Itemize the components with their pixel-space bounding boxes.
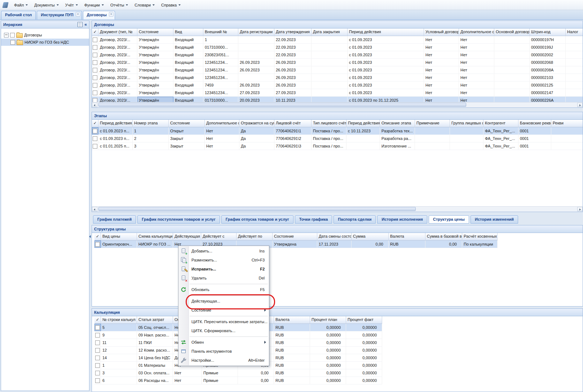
table-cell[interactable]: с 01.09.2023 [348, 59, 424, 66]
table-cell[interactable] [494, 74, 530, 81]
table-cell[interactable] [312, 59, 348, 66]
table-cell[interactable]: 26.09.2023 [274, 74, 312, 81]
column-header[interactable]: Вид [173, 28, 203, 36]
detail-tab-7[interactable]: История изменений [471, 215, 518, 224]
table-cell[interactable]: Входящий [173, 82, 203, 89]
table-cell[interactable]: Входящий [173, 44, 203, 51]
table-cell[interactable]: Нет [459, 82, 494, 89]
table-cell[interactable] [312, 97, 348, 102]
table-cell[interactable]: 0,00000 [346, 324, 382, 331]
row-checkbox[interactable] [95, 371, 100, 375]
row-check-cell[interactable] [94, 369, 101, 376]
table-cell[interactable]: Нет [459, 66, 494, 74]
table-cell[interactable]: Да [239, 142, 274, 150]
table-row[interactable]: 606 Расходы на...НетПрямые0,00RUB0,00000… [94, 377, 382, 384]
table-cell[interactable]: 5 [101, 324, 137, 331]
table-cell[interactable]: 000000197Н [530, 36, 566, 43]
table-cell[interactable] [346, 135, 380, 142]
column-header[interactable]: Примечание [415, 120, 450, 127]
table-cell[interactable]: 0,00 [238, 377, 274, 384]
table-cell[interactable] [566, 59, 583, 66]
scrollbar-thumb[interactable] [98, 207, 416, 211]
menu-item-10[interactable]: ЦИТК. Пересчитать косвенные затраты... [178, 317, 269, 326]
table-cell[interactable]: Нет [205, 142, 239, 150]
table-cell[interactable]: Договор, 2023/... [98, 89, 137, 96]
table-cell[interactable]: 123451234... [203, 74, 238, 81]
row-checkbox[interactable] [93, 53, 97, 57]
column-header[interactable]: Период действия, [98, 120, 133, 127]
detail-tab-0[interactable]: График платежей [93, 215, 136, 224]
table-cell[interactable]: ФА_Техн_Рег_... [483, 142, 518, 150]
row-checkbox[interactable] [95, 363, 100, 368]
row-checkbox[interactable] [95, 356, 100, 360]
row-checkbox[interactable] [95, 340, 100, 345]
table-cell[interactable]: Нет [424, 97, 459, 102]
row-check-cell[interactable] [92, 82, 98, 89]
row-check-cell[interactable] [92, 135, 98, 142]
table-cell[interactable]: Утверждён [137, 89, 173, 96]
table-cell[interactable]: 0,00000 [346, 369, 382, 376]
row-checkbox[interactable] [95, 378, 100, 383]
menu-accounting[interactable]: Учёт [62, 1, 81, 9]
table-cell[interactable]: Утверждена [273, 241, 317, 248]
table-cell[interactable]: с 10.11.2023 [346, 127, 380, 135]
table-cell[interactable]: 6 [101, 377, 137, 384]
row-check-cell[interactable] [92, 66, 98, 74]
column-header[interactable]: Статья затрат [137, 316, 173, 324]
table-cell[interactable]: Нет [205, 127, 239, 135]
table-cell[interactable]: 0,00000 [310, 369, 346, 376]
table-cell[interactable]: Договор, 2023/... [98, 44, 137, 51]
column-header[interactable]: № строки калькул [101, 316, 137, 324]
scroll-right-icon[interactable] [577, 207, 583, 211]
table-cell[interactable]: Входящий [173, 51, 203, 58]
table-cell[interactable]: 017310000... [203, 44, 238, 51]
table-cell[interactable]: 01 Материалы [137, 362, 173, 369]
row-checkbox[interactable] [93, 91, 97, 95]
table-cell[interactable]: Нет [424, 51, 459, 58]
table-cell[interactable]: Утверждён [137, 36, 173, 43]
column-header[interactable]: Расчёт косвенных [462, 233, 498, 241]
table-cell[interactable]: 230823/051... [203, 51, 238, 58]
table-cell[interactable]: с 01.09.2023 [348, 82, 424, 89]
table-cell[interactable] [566, 74, 583, 81]
table-cell[interactable]: 0,00000 [310, 331, 346, 339]
table-cell[interactable]: 1 [133, 127, 169, 135]
scroll-left-icon[interactable] [92, 207, 97, 211]
row-check-cell[interactable] [94, 362, 101, 369]
table-cell[interactable]: 0,00000 [310, 354, 346, 361]
table-cell[interactable]: Входящий [173, 89, 203, 96]
column-header[interactable]: Отражается на сум [239, 120, 274, 127]
scroll-left-icon[interactable] [92, 103, 97, 107]
menu-item-0[interactable]: +Добавить...Ins [178, 247, 269, 256]
detail-tab-2[interactable]: График отпуска товаров и услуг [221, 215, 293, 224]
row-checkbox[interactable] [93, 75, 97, 80]
table-cell[interactable]: Закрыт [169, 142, 205, 150]
table-cell[interactable]: 22.09.2023 [274, 51, 312, 58]
table-cell[interactable]: 0000002125 [530, 82, 566, 89]
table-cell[interactable]: 17.11.2023 [317, 241, 352, 248]
table-cell[interactable]: с 01.09.2023 [348, 44, 424, 51]
table-cell[interactable]: RUB [274, 324, 310, 331]
table-row[interactable]: Договор, 2023/...УтверждёнВходящий745926… [92, 82, 583, 89]
table-cell[interactable] [450, 142, 483, 150]
close-icon[interactable]: × [76, 12, 80, 17]
column-header[interactable]: Сумма [352, 233, 389, 241]
table-cell[interactable]: RUB [389, 241, 425, 248]
menu-item-11[interactable]: ЦИТК. Сформировать... [178, 326, 269, 335]
column-header[interactable]: Группа лицевых сч [450, 120, 483, 127]
table-cell[interactable]: 26.09.2023 [274, 82, 312, 89]
column-header[interactable]: Состояние [273, 233, 317, 241]
table-cell[interactable] [312, 89, 348, 96]
menu-item-8[interactable]: Состояние [178, 306, 269, 315]
table-cell[interactable]: Изготовление ... [380, 142, 415, 150]
table-cell[interactable]: RUB [274, 354, 310, 361]
row-checkbox[interactable] [93, 45, 97, 50]
column-header[interactable]: Дата утверждения [274, 28, 312, 36]
column-header[interactable]: Внешний № [203, 28, 238, 36]
table-cell[interactable]: с 01.01.2025 п... [98, 142, 133, 150]
table-row[interactable]: Договор, 2023/...УтверждёнВходящий123451… [92, 74, 583, 82]
table-cell[interactable]: Нет [459, 59, 494, 66]
table-cell[interactable] [566, 97, 583, 102]
column-header[interactable]: Дополнительное с [205, 120, 239, 127]
table-cell[interactable]: 14 Цена без НДС [137, 354, 173, 361]
